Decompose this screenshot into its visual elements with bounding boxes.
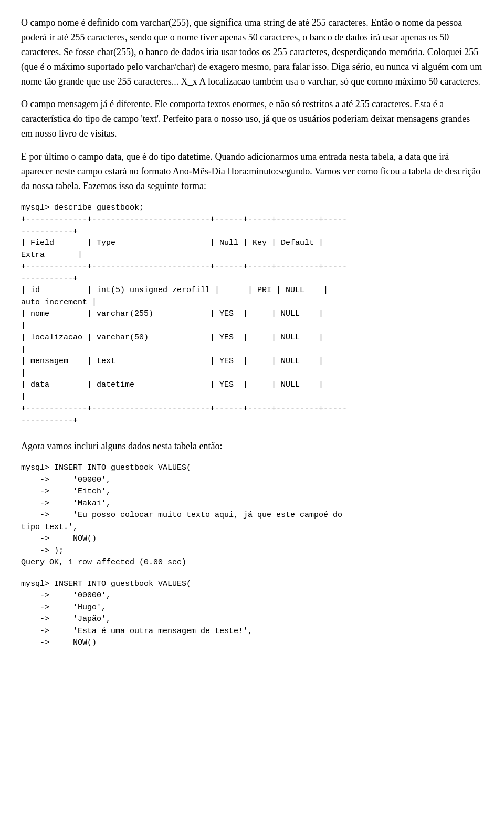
code-describe: mysql> describe guestbook; +------------… bbox=[21, 202, 483, 427]
paragraph-data: E por último o campo data, que é do tipo… bbox=[21, 150, 483, 194]
code-insert2: mysql> INSERT INTO guestbook VALUES( -> … bbox=[21, 578, 483, 649]
paragraph-varchar: O campo nome é definido com varchar(255)… bbox=[21, 16, 483, 89]
main-content: O campo nome é definido com varchar(255)… bbox=[21, 16, 483, 649]
section-insert-label: Agora vamos incluri alguns dados nesta t… bbox=[21, 439, 483, 454]
paragraph-mensagem: O campo mensagem já é diferente. Ele com… bbox=[21, 97, 483, 141]
code-insert1: mysql> INSERT INTO guestbook VALUES( -> … bbox=[21, 462, 483, 569]
